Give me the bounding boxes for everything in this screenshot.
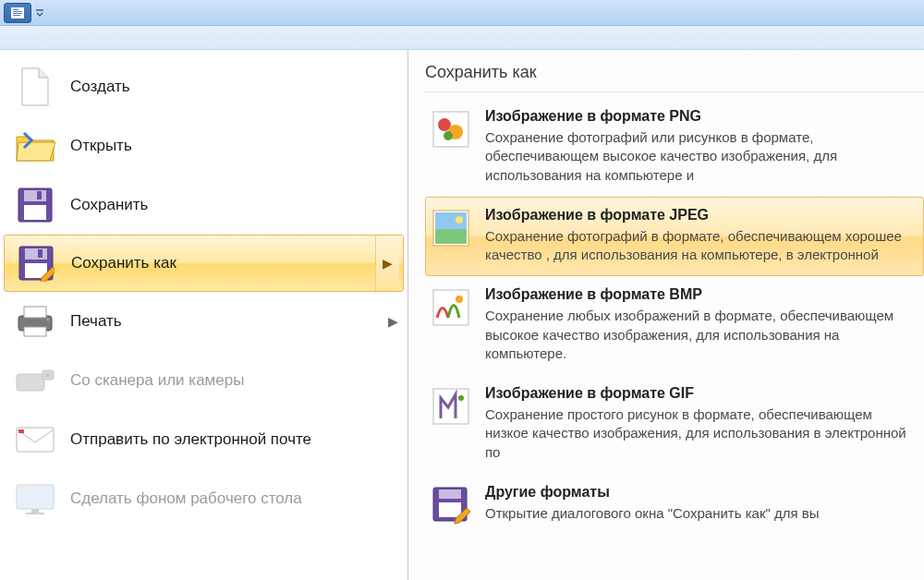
format-item-desc: Сохранение фотографий в формате, обеспеч… — [485, 227, 919, 265]
svg-rect-8 — [37, 191, 42, 199]
other-formats-icon — [430, 484, 472, 526]
format-item-desc: Сохранение любых изображений в формате, … — [485, 307, 919, 363]
format-item-jpeg[interactable]: Изображение в формате JPEG Сохранение фо… — [425, 197, 924, 277]
submenu-arrow-icon: ▶ — [375, 236, 399, 291]
menu-item-scanner: Со сканера или камеры — [0, 351, 407, 410]
menu-item-label: Открыть — [70, 137, 132, 155]
svg-rect-10 — [25, 248, 47, 260]
svg-rect-38 — [439, 489, 461, 499]
file-menu-button[interactable] — [4, 3, 31, 23]
desktop-wallpaper-icon — [13, 477, 57, 521]
submenu-arrow-icon: ▶ — [388, 314, 398, 329]
svg-point-16 — [47, 319, 50, 321]
menu-item-print[interactable]: Печать ▶ — [0, 292, 407, 351]
svg-point-34 — [456, 296, 463, 303]
format-item-desc: Открытие диалогового окна "Сохранить как… — [485, 504, 919, 523]
svg-rect-12 — [38, 249, 43, 258]
format-item-title: Изображение в формате BMP — [485, 286, 919, 303]
menu-item-save-as[interactable]: Сохранить как ▶ — [4, 235, 404, 292]
svg-rect-4 — [13, 15, 20, 16]
svg-point-19 — [46, 373, 51, 378]
menu-item-label: Со сканера или камеры — [70, 371, 244, 390]
quick-access-toolbar — [0, 0, 924, 26]
email-envelope-icon — [13, 417, 57, 462]
svg-rect-35 — [433, 389, 468, 424]
menu-item-open[interactable]: Открыть — [0, 116, 407, 175]
menu-item-label: Создать — [70, 78, 130, 96]
file-menu: Создать Открыть Сохранить Сохранить как … — [0, 50, 408, 580]
svg-point-32 — [456, 216, 463, 224]
svg-rect-15 — [24, 327, 46, 336]
svg-rect-24 — [26, 513, 44, 514]
format-item-desc: Сохранение простого рисунок в формате, о… — [485, 405, 919, 462]
svg-point-28 — [444, 131, 453, 140]
bmp-icon — [430, 286, 472, 329]
svg-rect-7 — [24, 205, 46, 220]
format-item-title: Другие форматы — [485, 484, 919, 501]
printer-icon — [13, 299, 57, 344]
new-file-icon — [13, 65, 57, 109]
svg-rect-14 — [24, 307, 46, 318]
menu-item-wallpaper: Сделать фоном рабочего стола — [0, 469, 407, 528]
qat-dropdown-icon[interactable] — [33, 3, 46, 23]
svg-rect-31 — [435, 229, 467, 244]
scanner-icon — [13, 358, 57, 403]
menu-item-email[interactable]: Отправить по электронной почте — [0, 410, 407, 469]
save-as-floppy-icon — [14, 241, 58, 285]
menu-item-label: Отправить по электронной почте — [70, 430, 311, 449]
svg-rect-2 — [13, 11, 22, 12]
menu-item-label: Сохранить — [70, 196, 148, 214]
svg-point-36 — [458, 395, 464, 401]
submenu-title: Сохранить как — [425, 63, 924, 92]
format-item-png[interactable]: Изображение в формате PNG Сохранение фот… — [425, 98, 924, 197]
format-item-gif[interactable]: Изображение в формате GIF Сохранение про… — [425, 375, 924, 474]
jpeg-icon — [430, 207, 472, 249]
format-item-title: Изображение в формате PNG — [485, 108, 919, 125]
format-item-title: Изображение в формате JPEG — [485, 207, 919, 224]
svg-rect-21 — [18, 429, 24, 433]
menu-item-save[interactable]: Сохранить — [0, 175, 407, 235]
gif-icon — [430, 385, 472, 428]
svg-rect-1 — [13, 9, 18, 10]
menu-item-label: Сохранить как — [71, 254, 176, 272]
ribbon-strip — [0, 26, 924, 50]
svg-rect-3 — [13, 13, 22, 14]
svg-rect-6 — [24, 190, 46, 201]
menu-item-label: Печать — [70, 312, 122, 331]
format-item-other[interactable]: Другие форматы Открытие диалогового окна… — [425, 474, 924, 538]
save-as-submenu: Сохранить как Изображение в формате PNG … — [408, 50, 924, 580]
menu-item-label: Сделать фоном рабочего стола — [70, 489, 302, 508]
format-item-bmp[interactable]: Изображение в формате BMP Сохранение люб… — [425, 276, 924, 375]
svg-rect-23 — [31, 509, 39, 513]
format-item-desc: Сохранение фотографий или рисунков в фор… — [485, 128, 919, 185]
png-icon — [430, 108, 472, 151]
svg-rect-39 — [439, 502, 461, 517]
svg-rect-17 — [17, 374, 44, 391]
open-folder-icon — [13, 124, 57, 168]
format-item-title: Изображение в формате GIF — [485, 385, 919, 402]
menu-item-new[interactable]: Создать — [0, 57, 407, 116]
save-floppy-icon — [13, 183, 57, 227]
svg-rect-22 — [17, 485, 54, 509]
